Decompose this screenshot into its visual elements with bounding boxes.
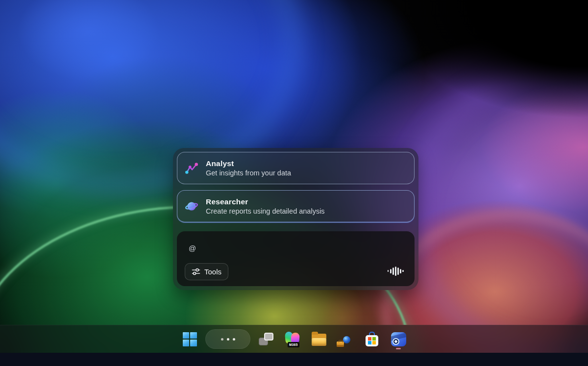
agent-description: Create reports using detailed analysis: [206, 207, 325, 216]
agent-description: Get insights from your data: [206, 169, 291, 178]
task-view-icon: [258, 332, 274, 346]
ellipsis-dot: [233, 338, 235, 341]
tools-button[interactable]: Tools: [185, 263, 228, 280]
m365-badge: M365: [288, 342, 299, 347]
sliders-icon: [192, 268, 200, 275]
agent-text-block: Researcher Create reports using detailed…: [206, 197, 325, 216]
agent-card-analyst[interactable]: Analyst Get insights from your data: [177, 152, 415, 184]
tools-button-label: Tools: [204, 268, 221, 276]
desktop: Analyst Get insights from your data: [0, 0, 588, 366]
ellipsis-dot: [227, 338, 229, 341]
m365-copilot-button[interactable]: M365: [282, 328, 303, 350]
trend-line-chart-icon: [185, 161, 198, 175]
edge-icon: [338, 331, 353, 347]
search-pill[interactable]: [205, 329, 250, 349]
blue-camera-app-icon: [391, 332, 406, 346]
running-app-indicator: [396, 348, 401, 349]
edge-browser-button[interactable]: [335, 328, 356, 350]
task-view-button[interactable]: [255, 328, 277, 350]
taskbar: M365: [0, 325, 588, 353]
agent-name: Researcher: [206, 197, 325, 207]
bottom-bezel: [0, 353, 588, 366]
file-explorer-button[interactable]: [308, 328, 330, 350]
start-button[interactable]: [179, 328, 200, 350]
ellipsis-dot: [221, 338, 223, 341]
lens-icon: [392, 338, 399, 345]
ringed-planet-icon: [185, 199, 198, 213]
agent-card-researcher[interactable]: Researcher Create reports using detailed…: [177, 190, 415, 222]
prompt-text[interactable]: @: [189, 244, 196, 252]
microsoft-store-button[interactable]: [361, 328, 383, 350]
prompt-input-box[interactable]: @ Tools: [177, 231, 415, 286]
voice-waveform-icon[interactable]: [388, 266, 404, 276]
store-bag-icon: [364, 331, 380, 347]
work-briefcase-icon: [337, 342, 344, 347]
windows-start-icon: [183, 332, 197, 346]
copilot-quick-panel: Analyst Get insights from your data: [173, 148, 418, 290]
agent-name: Analyst: [206, 159, 291, 169]
m365-copilot-icon: M365: [284, 331, 301, 347]
agent-text-block: Analyst Get insights from your data: [206, 159, 291, 178]
blue-camera-app-button[interactable]: [388, 328, 409, 350]
folder-icon: [311, 332, 327, 346]
